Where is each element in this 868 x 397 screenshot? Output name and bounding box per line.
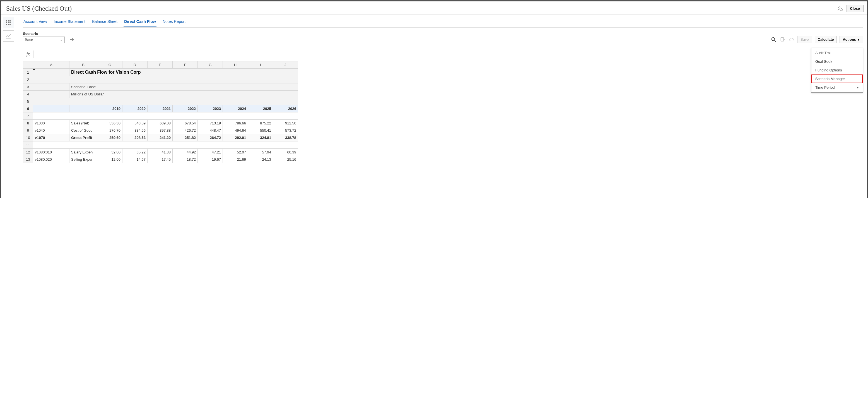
cell[interactable] — [33, 84, 69, 91]
row-header[interactable]: 12 — [23, 149, 33, 156]
row-code[interactable]: v1080:020 — [33, 156, 69, 163]
chart-view-icon[interactable] — [3, 30, 14, 41]
row-header[interactable]: 8 — [23, 120, 33, 127]
cell[interactable]: 448.47 — [198, 127, 223, 134]
year-header[interactable]: 2025 — [248, 105, 273, 113]
cell[interactable]: 47.21 — [198, 149, 223, 156]
spreadsheet-grid[interactable]: A B C D E F G H I J 1 Direct Cash Flow f… — [23, 61, 298, 163]
cell[interactable]: 25.16 — [273, 156, 298, 163]
row-header[interactable]: 11 — [23, 142, 33, 149]
note-add-icon[interactable] — [780, 36, 786, 43]
row-code[interactable]: v1070 — [33, 134, 69, 142]
cell[interactable]: 426.72 — [173, 127, 198, 134]
col-header[interactable]: E — [148, 61, 173, 69]
row-header[interactable]: 5 — [23, 98, 33, 105]
cell[interactable]: 18.72 — [173, 156, 198, 163]
cell[interactable]: 338.78 — [273, 134, 298, 142]
go-arrow-icon[interactable]: ➔ — [70, 36, 74, 43]
cell[interactable]: 543.09 — [122, 120, 148, 127]
report-title-cell[interactable]: Direct Cash Flow for Vision Corp — [69, 69, 298, 76]
tab-notes-report[interactable]: Notes Report — [162, 17, 186, 27]
row-label[interactable]: Sales (Net) — [69, 120, 97, 127]
cell[interactable] — [33, 105, 69, 113]
cell[interactable]: 208.53 — [122, 134, 148, 142]
cell[interactable] — [33, 91, 69, 98]
year-header[interactable]: 2024 — [223, 105, 248, 113]
cell[interactable]: 60.39 — [273, 149, 298, 156]
cell[interactable] — [33, 113, 298, 120]
tab-account-view[interactable]: Account View — [23, 17, 48, 27]
year-header[interactable]: 2020 — [122, 105, 148, 113]
menu-funding-options[interactable]: Funding Options — [811, 66, 863, 74]
actions-button[interactable]: Actions▼ — [840, 36, 863, 43]
cell[interactable]: 494.64 — [223, 127, 248, 134]
cell[interactable]: 573.72 — [273, 127, 298, 134]
cell[interactable]: 276.70 — [97, 127, 122, 134]
cell[interactable]: 41.88 — [148, 149, 173, 156]
cell[interactable] — [33, 98, 298, 105]
grid-corner[interactable] — [23, 61, 33, 69]
cell[interactable]: 17.45 — [148, 156, 173, 163]
row-header[interactable]: 3 — [23, 84, 33, 91]
tab-direct-cash-flow[interactable]: Direct Cash Flow — [124, 17, 156, 27]
search-icon[interactable] — [771, 36, 777, 43]
cell[interactable]: 912.50 — [273, 120, 298, 127]
year-header[interactable]: 2023 — [198, 105, 223, 113]
col-header[interactable]: D — [122, 61, 148, 69]
year-header[interactable]: 2026 — [273, 105, 298, 113]
row-code[interactable]: v1080:010 — [33, 149, 69, 156]
menu-audit-trail[interactable]: Audit Trail — [811, 49, 863, 57]
table-row[interactable]: 13 v1080:020 Selling Exper 12.00 14.67 1… — [23, 156, 298, 163]
row-header[interactable]: 6 — [23, 105, 33, 113]
row-header[interactable]: 7 — [23, 113, 33, 120]
row-header[interactable]: 9 — [23, 127, 33, 134]
cell[interactable]: 32.00 — [97, 149, 122, 156]
col-header[interactable]: B — [69, 61, 97, 69]
table-row[interactable]: 9 v1040 Cost of Good 276.70 334.56 397.8… — [23, 127, 298, 134]
cloud-icon[interactable] — [788, 36, 795, 43]
cell[interactable]: 24.13 — [248, 156, 273, 163]
tab-income-statement[interactable]: Income Statement — [53, 17, 86, 27]
table-row[interactable]: 10 v1070 Gross Profit 259.60 208.53 241.… — [23, 134, 298, 142]
cell[interactable]: 875.22 — [248, 120, 273, 127]
cell[interactable] — [69, 105, 97, 113]
row-label[interactable]: Cost of Good — [69, 127, 97, 134]
table-row[interactable]: 12 v1080:010 Salary Expen 32.00 35.22 41… — [23, 149, 298, 156]
table-row[interactable]: 8 v1030 Sales (Net) 536.30 543.09 639.08… — [23, 120, 298, 127]
row-label[interactable]: Selling Exper — [69, 156, 97, 163]
grid-view-icon[interactable] — [3, 17, 14, 28]
cell[interactable]: 52.07 — [223, 149, 248, 156]
cell[interactable]: 21.69 — [223, 156, 248, 163]
menu-time-period[interactable]: Time Period ▸ — [811, 83, 863, 92]
row-code[interactable]: v1030 — [33, 120, 69, 127]
row-header[interactable]: 13 — [23, 156, 33, 163]
close-button[interactable]: Close — [846, 5, 864, 12]
tab-balance-sheet[interactable]: Balance Sheet — [92, 17, 118, 27]
cell[interactable]: 292.01 — [223, 134, 248, 142]
cell[interactable]: 550.41 — [248, 127, 273, 134]
units-line-cell[interactable]: Millions of US Dollar — [69, 91, 298, 98]
cell[interactable]: 259.60 — [97, 134, 122, 142]
row-header[interactable]: 4 — [23, 91, 33, 98]
cell[interactable]: 14.67 — [122, 156, 148, 163]
cell[interactable]: 12.00 — [97, 156, 122, 163]
row-label[interactable]: Salary Expen — [69, 149, 97, 156]
cell[interactable]: 536.30 — [97, 120, 122, 127]
cell[interactable]: 397.88 — [148, 127, 173, 134]
cell[interactable]: 639.08 — [148, 120, 173, 127]
year-header[interactable]: 2022 — [173, 105, 198, 113]
scenario-select[interactable]: Base — [23, 36, 65, 43]
cell[interactable] — [33, 142, 298, 149]
col-header[interactable]: G — [198, 61, 223, 69]
row-header[interactable]: 2 — [23, 76, 33, 84]
year-header[interactable]: 2021 — [148, 105, 173, 113]
cell[interactable]: 713.19 — [198, 120, 223, 127]
cell[interactable]: 57.94 — [248, 149, 273, 156]
cell[interactable]: 334.56 — [122, 127, 148, 134]
cell[interactable] — [33, 69, 69, 76]
formula-input[interactable] — [33, 50, 863, 58]
calculate-button[interactable]: Calculate — [815, 36, 837, 43]
cell[interactable]: 678.54 — [173, 120, 198, 127]
cell[interactable]: 324.81 — [248, 134, 273, 142]
col-header[interactable]: C — [97, 61, 122, 69]
